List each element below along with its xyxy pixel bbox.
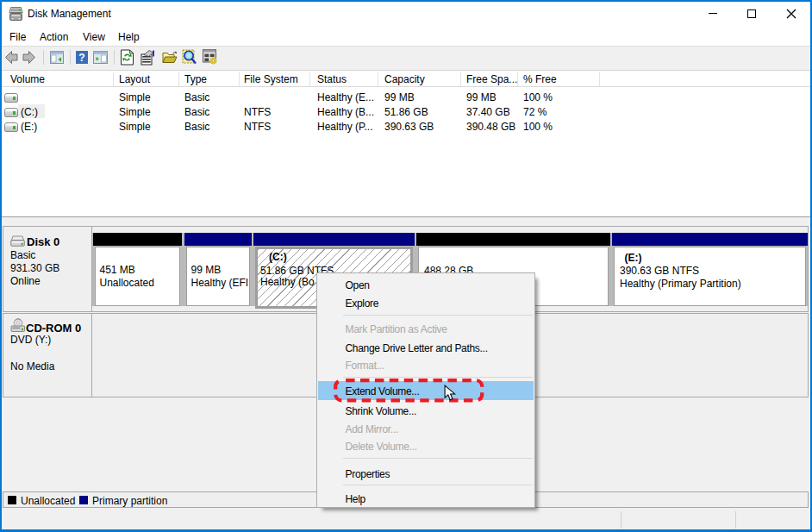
svg-text:?: ?: [78, 52, 84, 64]
